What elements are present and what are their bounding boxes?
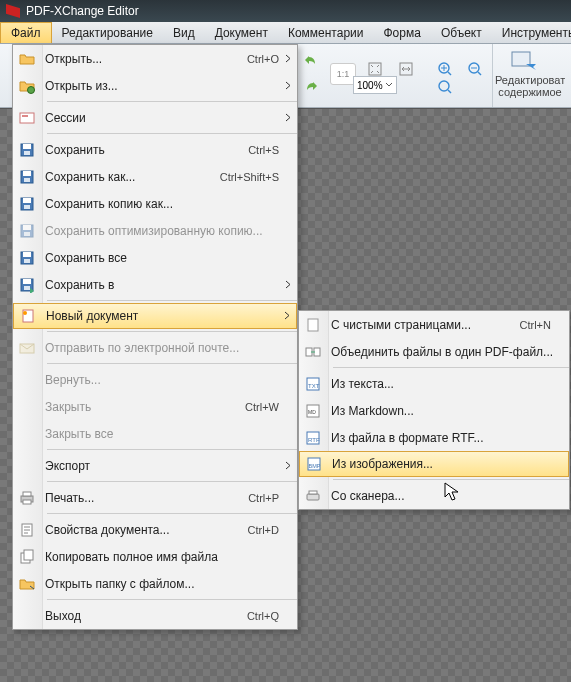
file-menu-label: Сохранить копию как...: [41, 197, 297, 211]
copy-name-icon: [13, 543, 41, 570]
file-menu-item-6[interactable]: Сохранить как...Ctrl+Shift+S: [13, 163, 297, 190]
shortcut-label: Ctrl+N: [520, 319, 569, 331]
file-menu-label: Сохранить как...: [41, 170, 220, 184]
menubar-item-комментарии[interactable]: Комментарии: [278, 22, 374, 43]
zoom-out-button[interactable]: [464, 58, 486, 80]
svg-rect-11: [24, 151, 30, 155]
new-doc-icon: [14, 304, 42, 328]
file-menu-item-25[interactable]: Копировать полное имя файла: [13, 543, 297, 570]
chevron-right-icon: [285, 81, 291, 90]
newdoc-menu-label: Из Markdown...: [327, 404, 569, 418]
file-menu-label: Экспорт: [41, 459, 297, 473]
save-copy-icon: [19, 196, 35, 212]
doc-props-icon: [19, 522, 35, 538]
newdoc-menu-item-1[interactable]: Объединить файлы в один PDF-файл...: [299, 338, 569, 365]
file-menu-item-22[interactable]: Печать...Ctrl+P: [13, 484, 297, 511]
newdoc-menu-item-5[interactable]: RTFИз файла в формате RTF...: [299, 424, 569, 451]
from-scanner-icon: [305, 488, 321, 504]
file-menu-item-5[interactable]: СохранитьCtrl+S: [13, 136, 297, 163]
file-menu-item-3[interactable]: Сессии: [13, 104, 297, 131]
combine-icon: [305, 344, 321, 360]
file-menu-label: Открыть из...: [41, 79, 297, 93]
newdoc-menu-label: Из изображения...: [328, 457, 568, 471]
menubar-item-форма[interactable]: Форма: [373, 22, 430, 43]
shortcut-label: Ctrl+P: [248, 492, 297, 504]
blank-page-icon: [299, 311, 327, 338]
shortcut-label: Ctrl+Q: [247, 610, 297, 622]
zoom-marquee-button[interactable]: [434, 76, 456, 98]
file-menu-label: Новый документ: [42, 309, 296, 323]
menubar-item-вид[interactable]: Вид: [163, 22, 205, 43]
file-menu-item-10[interactable]: Сохранить в: [13, 271, 297, 298]
menubar-item-файл[interactable]: Файл: [0, 22, 52, 43]
svg-point-4: [439, 81, 449, 91]
save-copy-icon: [13, 190, 41, 217]
save-to-icon: [13, 271, 41, 298]
newdoc-menu-label: Объединить файлы в один PDF-файл...: [327, 345, 569, 359]
save-all-icon: [19, 250, 35, 266]
file-menu-item-18: Закрыть все: [13, 420, 297, 447]
open-folder-icon: [13, 570, 41, 597]
newdoc-menu-item-3[interactable]: TXTИз текста...: [299, 370, 569, 397]
menubar-item-инструменты[interactable]: Инструменты: [492, 22, 571, 43]
app-title: PDF-XChange Editor: [26, 4, 139, 18]
new-document-submenu: С чистыми страницами...Ctrl+NОбъединить …: [298, 310, 570, 510]
file-menu-item-9[interactable]: Сохранить все: [13, 244, 297, 271]
svg-rect-20: [24, 232, 30, 236]
svg-point-28: [23, 311, 27, 315]
folder-open-icon: [13, 45, 41, 72]
save-all-icon: [13, 244, 41, 271]
svg-rect-13: [23, 171, 31, 176]
newdoc-menu-item-8[interactable]: Со сканера...: [299, 482, 569, 509]
newdoc-menu-item-0[interactable]: С чистыми страницами...Ctrl+N: [299, 311, 569, 338]
file-menu-label: Копировать полное имя файла: [41, 550, 297, 564]
file-menu-item-28[interactable]: ВыходCtrl+Q: [13, 602, 297, 629]
file-menu-label: Открыть папку с файлом...: [41, 577, 297, 591]
file-menu-label: Закрыть все: [41, 427, 297, 441]
newdoc-menu-label: Из текста...: [327, 377, 569, 391]
file-menu-item-1[interactable]: Открыть из...: [13, 72, 297, 99]
save-to-icon: [19, 277, 35, 293]
svg-rect-32: [23, 500, 31, 504]
undo-button[interactable]: [300, 50, 322, 72]
edit-content-label: Редактироватсодержимое: [495, 74, 565, 98]
menubar-item-объект[interactable]: Объект: [431, 22, 492, 43]
menubar-item-редактирование[interactable]: Редактирование: [52, 22, 163, 43]
file-menu-label: Отправить по электронной почте...: [41, 341, 297, 355]
menubar-item-документ[interactable]: Документ: [205, 22, 278, 43]
file-menu-label: Сохранить все: [41, 251, 297, 265]
svg-rect-8: [22, 115, 28, 117]
newdoc-menu-item-6[interactable]: BMPИз изображения...: [299, 451, 569, 477]
file-menu-item-24[interactable]: Свойства документа...Ctrl+D: [13, 516, 297, 543]
fit-width-icon: [398, 61, 414, 77]
svg-point-6: [28, 86, 35, 93]
file-menu-label: Вернуть...: [41, 373, 297, 387]
svg-rect-31: [23, 492, 31, 496]
redo-icon: [303, 79, 319, 95]
file-menu-item-12[interactable]: Новый документ: [13, 303, 297, 329]
sessions-icon: [13, 104, 41, 131]
file-menu-item-14: Отправить по электронной почте...: [13, 334, 297, 361]
from-md-icon: MD: [299, 397, 327, 424]
newdoc-menu-label: С чистыми страницами...: [327, 318, 520, 332]
redo-button[interactable]: [300, 76, 322, 98]
svg-text:RTF: RTF: [308, 437, 320, 443]
edit-content-button[interactable]: [510, 50, 538, 72]
blank-page-icon: [305, 317, 321, 333]
file-menu-item-8: Сохранить оптимизированную копию...: [13, 217, 297, 244]
new-doc-icon: [20, 308, 36, 324]
file-menu-item-26[interactable]: Открыть папку с файлом...: [13, 570, 297, 597]
svg-rect-16: [23, 198, 31, 203]
menu-bar: ФайлРедактированиеВидДокументКомментарии…: [0, 22, 571, 44]
chevron-right-icon: [285, 461, 291, 470]
zoom-level-input[interactable]: 100%: [353, 76, 397, 94]
file-menu-item-16: Вернуть...: [13, 366, 297, 393]
file-menu-item-7[interactable]: Сохранить копию как...: [13, 190, 297, 217]
save-as-icon: [19, 169, 35, 185]
file-menu-item-20[interactable]: Экспорт: [13, 452, 297, 479]
save-opt-icon: [19, 223, 35, 239]
zoom-width-button[interactable]: [395, 58, 417, 80]
svg-rect-25: [23, 279, 31, 284]
newdoc-menu-item-4[interactable]: MDИз Markdown...: [299, 397, 569, 424]
file-menu-item-0[interactable]: Открыть...Ctrl+O: [13, 45, 297, 72]
